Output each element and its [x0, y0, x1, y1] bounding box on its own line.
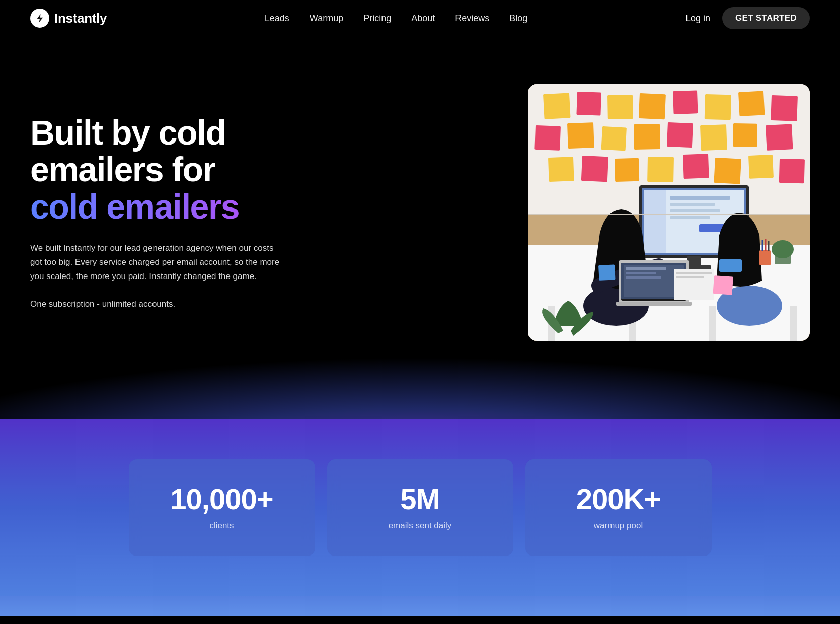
- bottom-bar: [0, 596, 840, 616]
- svg-rect-16: [700, 124, 727, 151]
- svg-rect-52: [626, 272, 656, 274]
- svg-rect-6: [639, 93, 666, 119]
- office-scene-svg: [528, 84, 810, 341]
- logo-icon: [30, 9, 49, 28]
- nav-actions: Log in GET STARTED: [685, 7, 810, 29]
- svg-rect-53: [626, 276, 661, 279]
- svg-rect-15: [667, 122, 693, 148]
- svg-rect-31: [709, 306, 716, 341]
- svg-rect-3: [543, 93, 571, 119]
- svg-rect-67: [713, 275, 733, 295]
- stat-warmup-number: 200K+: [546, 484, 692, 514]
- svg-rect-17: [733, 123, 757, 147]
- brand-name: Instantly: [54, 11, 107, 26]
- svg-rect-20: [581, 156, 608, 182]
- svg-rect-36: [644, 190, 666, 253]
- svg-rect-24: [714, 158, 741, 184]
- svg-rect-32: [790, 306, 797, 341]
- hero-tagline: One subscription - unlimited accounts.: [30, 298, 312, 311]
- nav-link-reviews[interactable]: Reviews: [455, 13, 489, 23]
- stat-clients-label: clients: [149, 521, 295, 531]
- stat-warmup-label: warmup pool: [546, 521, 692, 531]
- svg-rect-10: [771, 95, 798, 121]
- hero-description: We built Instantly for our lead generati…: [30, 241, 282, 284]
- svg-rect-14: [634, 124, 660, 150]
- login-link[interactable]: Log in: [685, 13, 710, 24]
- nav-link-leads[interactable]: Leads: [265, 13, 289, 23]
- svg-rect-4: [576, 92, 601, 116]
- stat-card-clients: 10,000+ clients: [129, 459, 315, 556]
- svg-rect-11: [534, 125, 561, 151]
- svg-rect-12: [567, 122, 594, 149]
- svg-rect-26: [779, 159, 805, 183]
- svg-rect-22: [647, 157, 674, 182]
- svg-rect-21: [615, 158, 639, 182]
- svg-rect-59: [759, 250, 771, 265]
- nav-link-about[interactable]: About: [411, 13, 435, 23]
- hero-title-line2: emailers for: [30, 150, 215, 188]
- stats-section: 10,000+ clients 5M emails sent daily 200…: [0, 419, 840, 596]
- hero-title: Built by cold emailers for cold emailers: [30, 114, 312, 225]
- svg-point-58: [772, 240, 794, 258]
- svg-rect-13: [601, 126, 627, 151]
- nav-link-pricing[interactable]: Pricing: [363, 13, 391, 23]
- stat-card-warmup: 200K+ warmup pool: [525, 459, 712, 556]
- hero-image-wrapper: [312, 84, 810, 341]
- hero-title-line1: Built by cold: [30, 113, 226, 152]
- svg-rect-54: [616, 302, 692, 306]
- get-started-button[interactable]: GET STARTED: [722, 7, 810, 29]
- hero-section: Built by cold emailers for cold emailers…: [0, 36, 840, 419]
- svg-rect-25: [748, 155, 774, 179]
- hero-content: Built by cold emailers for cold emailers…: [30, 114, 312, 311]
- lightning-icon: [34, 13, 45, 24]
- stat-emails-number: 5M: [347, 484, 493, 514]
- svg-rect-7: [673, 90, 698, 114]
- svg-rect-42: [687, 256, 701, 266]
- svg-rect-23: [683, 154, 709, 179]
- svg-rect-65: [676, 272, 712, 274]
- stat-emails-label: emails sent daily: [347, 521, 493, 531]
- gradient-background: Built by cold emailers for cold emailers…: [0, 36, 840, 616]
- stat-clients-number: 10,000+: [149, 484, 295, 514]
- nav-link-warmup[interactable]: Warmup: [310, 13, 343, 23]
- svg-rect-37: [670, 196, 730, 200]
- navbar: Instantly Leads Warmup Pricing About Rev…: [0, 0, 840, 36]
- nav-links: Leads Warmup Pricing About Reviews Blog: [265, 13, 528, 24]
- svg-rect-19: [548, 157, 574, 182]
- svg-rect-38: [670, 203, 715, 206]
- svg-rect-66: [676, 276, 704, 278]
- hero-image: [528, 84, 810, 341]
- logo-link[interactable]: Instantly: [30, 9, 107, 28]
- svg-rect-9: [738, 91, 765, 116]
- svg-rect-8: [705, 94, 731, 120]
- svg-rect-63: [719, 259, 742, 272]
- stat-card-emails: 5M emails sent daily: [327, 459, 513, 556]
- svg-rect-39: [670, 209, 720, 212]
- nav-link-blog[interactable]: Blog: [509, 13, 527, 23]
- hero-title-line3: cold emailers: [30, 187, 239, 226]
- svg-rect-40: [670, 216, 710, 219]
- svg-rect-68: [598, 264, 616, 281]
- svg-rect-5: [607, 95, 633, 119]
- svg-rect-18: [766, 124, 793, 151]
- svg-rect-51: [626, 267, 666, 270]
